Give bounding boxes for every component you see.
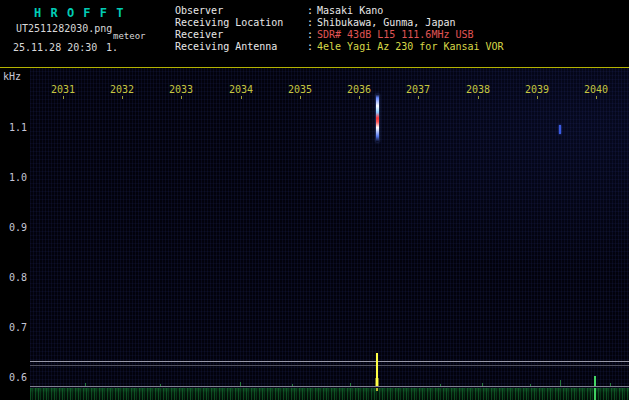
- time-tick-label: 2036: [344, 84, 374, 95]
- freq-tick-label: 0.9: [1, 222, 27, 233]
- freq-tick-label: 1.0: [1, 172, 27, 183]
- level-graph-reference-line: [30, 361, 629, 362]
- time-tick-label: 2037: [403, 84, 433, 95]
- level-noise-tick: [482, 383, 483, 386]
- app-title: H R O F F T: [34, 6, 124, 20]
- station-name: meteor: [113, 31, 146, 41]
- freq-tick-label: 0.7: [1, 322, 27, 333]
- meteor-echo-strong: [376, 94, 379, 142]
- time-tick-label: 2031: [48, 84, 78, 95]
- frequency-axis-unit: kHz: [3, 71, 21, 82]
- strip-spike-meteor: [376, 388, 378, 391]
- meta-row-receiver: Receiver : SDR# 43dB L15 111.6MHz USB: [175, 29, 504, 41]
- freq-tick-label: 0.8: [1, 272, 27, 283]
- meta-row-antenna: Receiving Antenna : 4ele Yagi Az 230 for…: [175, 41, 504, 53]
- meteor-echo-weak: [559, 125, 561, 134]
- meta-colon: :: [307, 29, 317, 41]
- meta-colon: :: [307, 41, 317, 53]
- time-tick-label: 2032: [107, 84, 137, 95]
- time-tick-label: 2040: [581, 84, 611, 95]
- level-noise-tick: [440, 384, 441, 386]
- freq-tick-label: 0.6: [1, 372, 27, 383]
- level-noise-tick: [610, 383, 611, 386]
- level-noise-tick: [350, 383, 351, 386]
- meta-label: Receiver: [175, 29, 307, 41]
- meta-label: Receiving Antenna: [175, 41, 307, 53]
- spectrogram-plot: 2031 2032 2033 2034 2035 2036 2037 2038 …: [30, 68, 629, 388]
- meta-value: Shibukawa, Gunma, Japan: [317, 17, 455, 29]
- level-spike-meteor-base: [375, 378, 379, 386]
- meta-colon: :: [307, 17, 317, 29]
- level-noise-tick: [292, 384, 293, 386]
- meta-label: Observer: [175, 5, 307, 17]
- level-noise-tick: [160, 384, 161, 386]
- observation-datetime: 25.11.28 20:30: [13, 42, 97, 53]
- level-spike-green: [594, 376, 596, 386]
- meta-row-location: Receiving Location : Shibukawa, Gunma, J…: [175, 17, 504, 29]
- level-noise-tick: [240, 382, 241, 386]
- observer-metadata: Observer : Masaki Kano Receiving Locatio…: [175, 5, 504, 53]
- meta-value: Masaki Kano: [317, 5, 383, 17]
- freq-tick-label: 1.1: [1, 122, 27, 133]
- level-noise-tick: [530, 384, 531, 386]
- level-graph-baseline: [30, 386, 629, 387]
- hrofft-screen: H R O F F T UT2511282030.png meteor 25.1…: [0, 0, 629, 400]
- meta-value: SDR# 43dB L15 111.6MHz USB: [317, 29, 474, 41]
- page-counter: 1.: [106, 42, 118, 53]
- time-tick-label: 2038: [463, 84, 493, 95]
- meta-colon: :: [307, 5, 317, 17]
- strip-spike-green: [594, 388, 596, 400]
- time-tick-label: 2033: [166, 84, 196, 95]
- meta-row-observer: Observer : Masaki Kano: [175, 5, 504, 17]
- time-tick-label: 2035: [285, 84, 315, 95]
- level-noise-tick: [85, 383, 86, 386]
- level-noise-tick: [560, 380, 561, 386]
- output-filename: UT2511282030.png: [16, 23, 112, 34]
- noise-level-strip: [30, 388, 629, 400]
- level-graph-reference-line: [30, 365, 629, 366]
- meta-label: Receiving Location: [175, 17, 307, 29]
- meta-value: 4ele Yagi Az 230 for Kansai VOR: [317, 41, 504, 53]
- frequency-axis: kHz 1.1 1.0 0.9 0.8 0.7 0.6: [0, 68, 30, 388]
- time-tick-label: 2034: [226, 84, 256, 95]
- time-tick-label: 2039: [522, 84, 552, 95]
